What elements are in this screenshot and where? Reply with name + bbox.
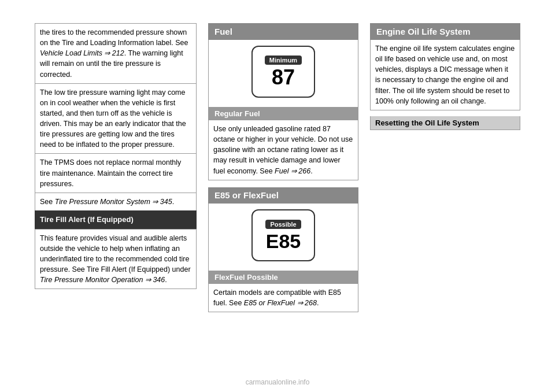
tpms-text: The TPMS does not replace normal monthly…	[35, 153, 197, 192]
regular-fuel-text: Use only unleaded gasoline rated 87 octa…	[208, 120, 358, 180]
vehicle-load-limits-ref: Vehicle Load Limits ⇒ 212	[40, 49, 124, 57]
tire-fill-alert-header: Tire Fill Alert (If Equipped)	[35, 210, 197, 229]
fuel-gauge: Minimum 87	[251, 46, 315, 98]
fuel-ref: Fuel ⇒ 266	[275, 167, 310, 175]
e85-section-header: E85 or FlexFuel	[208, 187, 358, 204]
minimum-label: Minimum	[265, 56, 302, 65]
left-column: the tires to the recommended pressure sh…	[35, 23, 197, 369]
flexfuel-image-box: Possible E85	[208, 204, 358, 271]
tpms-ref: Tire Pressure Monitor System ⇒ 345	[55, 198, 172, 206]
octane-number: 87	[272, 67, 295, 88]
right-column: Engine Oil Life System The engine oil li…	[370, 23, 520, 369]
tpms-link: See Tire Pressure Monitor System ⇒ 345.	[35, 193, 197, 210]
tire-pressure-text-2: The low tire pressure warning light may …	[35, 83, 197, 154]
e85-ref: E85 or FlexFuel ⇒ 268	[244, 299, 317, 307]
flexfuel-label: FlexFuel Possible	[208, 271, 358, 284]
regular-fuel-header: Regular Fuel	[208, 108, 358, 120]
tire-pressure-monitor-op-ref: Tire Pressure Monitor Operation ⇒ 346	[40, 276, 165, 284]
fuel-section-header: Fuel	[208, 23, 358, 40]
watermark: carmanualonline.info	[246, 378, 310, 386]
flexfuel-gauge: Possible E85	[251, 209, 315, 261]
tire-fill-alert-text: This feature provides visual and audible…	[35, 229, 197, 290]
e85-text: E85	[266, 231, 301, 251]
fuel-image-box: Minimum 87	[208, 40, 358, 108]
possible-label: Possible	[265, 220, 301, 229]
page-container: the tires to the recommended pressure sh…	[0, 0, 555, 392]
flexfuel-text: Certain models are compatible with E85 f…	[208, 284, 358, 312]
resetting-header: Resetting the Oil Life System	[370, 116, 520, 130]
engine-oil-life-header: Engine Oil Life System	[370, 23, 520, 40]
middle-column: Fuel Minimum 87 Regular Fuel Use only un…	[208, 23, 358, 369]
engine-oil-life-text: The engine oil life system calculates en…	[370, 40, 520, 110]
tire-pressure-text-1: the tires to the recommended pressure sh…	[35, 23, 197, 83]
